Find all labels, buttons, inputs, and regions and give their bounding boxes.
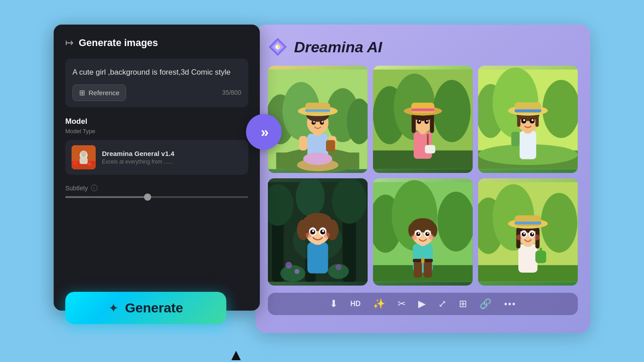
cursor-pointer: ▲	[228, 345, 244, 362]
svg-point-77	[531, 119, 534, 122]
reference-button[interactable]: ⊞ Reference	[72, 84, 126, 101]
arrow-icon: »	[261, 124, 267, 140]
expand-button[interactable]: ⤢	[438, 298, 446, 310]
svg-point-103	[322, 230, 325, 232]
svg-point-91	[336, 264, 342, 270]
slider-fill	[65, 196, 148, 198]
svg-point-37	[322, 121, 323, 123]
svg-point-148	[532, 233, 534, 235]
generated-image-6[interactable]	[478, 178, 578, 286]
generate-star-icon: ✦	[108, 301, 119, 316]
svg-rect-48	[412, 114, 416, 133]
hd-button[interactable]: HD	[350, 300, 360, 308]
link-button[interactable]: 🔗	[479, 298, 491, 310]
svg-rect-113	[424, 261, 432, 278]
char-count: 35/800	[222, 89, 242, 96]
panel-header: ↦ Generate images	[65, 37, 248, 49]
svg-point-149	[517, 235, 522, 240]
svg-rect-70	[535, 114, 538, 127]
play-button[interactable]: ▶	[418, 298, 426, 310]
svg-rect-141	[515, 215, 541, 226]
svg-point-36	[314, 121, 315, 123]
svg-point-89	[285, 262, 292, 269]
svg-rect-58	[425, 145, 435, 154]
svg-rect-51	[411, 103, 435, 113]
dreamina-header: Dreamina AI	[268, 37, 578, 57]
more-button[interactable]: •••	[504, 299, 516, 309]
left-panel: ↦ Generate images A cute girl ,backgroun…	[54, 25, 260, 311]
model-thumbnail	[72, 145, 96, 169]
svg-point-55	[419, 120, 420, 122]
svg-rect-112	[414, 261, 422, 278]
bottom-toolbar: ⬇ HD ✨ ✂ ▶ ⤢ ⊞ 🔗 •••	[268, 293, 578, 315]
svg-rect-128	[421, 258, 424, 263]
svg-rect-65	[520, 131, 536, 159]
svg-point-104	[306, 232, 312, 238]
svg-point-150	[534, 235, 540, 240]
svg-rect-134	[518, 244, 538, 273]
svg-point-87	[280, 265, 305, 282]
svg-rect-142	[515, 222, 541, 225]
generated-image-1[interactable]	[268, 66, 368, 173]
svg-rect-25	[299, 136, 308, 151]
svg-point-147	[523, 233, 525, 235]
reference-row: ⊞ Reference 35/800	[72, 84, 241, 101]
slider-thumb	[144, 194, 151, 201]
dreamina-logo-icon	[268, 37, 288, 57]
info-icon: i	[91, 185, 97, 191]
svg-point-24	[303, 152, 332, 165]
svg-point-90	[295, 269, 300, 274]
sidebar-icon: ↦	[65, 37, 73, 49]
reference-label: Reference	[89, 89, 119, 97]
svg-point-76	[523, 119, 525, 122]
svg-rect-9	[80, 158, 88, 164]
model-description: Excels at everything from ......	[102, 159, 242, 165]
svg-rect-73	[515, 109, 541, 113]
svg-point-85	[296, 178, 325, 217]
generated-image-4[interactable]	[268, 178, 368, 286]
subtlety-slider[interactable]	[65, 196, 248, 198]
model-type-label: Model Type	[65, 128, 248, 135]
svg-rect-38	[326, 140, 335, 152]
enhance-button[interactable]: ✨	[373, 298, 385, 310]
hd-label: HD	[350, 300, 360, 308]
svg-point-102	[312, 230, 314, 232]
svg-point-5	[88, 162, 91, 166]
svg-point-126	[429, 234, 435, 240]
svg-rect-152	[540, 248, 542, 253]
generated-image-5[interactable]	[373, 178, 473, 286]
generate-label: Generate	[125, 300, 183, 316]
generated-image-3[interactable]	[478, 66, 578, 173]
prompt-box: A cute girl ,background is forest,3d Com…	[65, 59, 248, 107]
svg-rect-57	[427, 134, 429, 147]
svg-point-2	[73, 161, 77, 165]
svg-rect-49	[430, 114, 434, 133]
reference-icon: ⊞	[79, 88, 85, 97]
right-panel: Dreamina AI	[255, 25, 590, 333]
model-info: Dreamina General v1.4 Excels at everythi…	[102, 150, 242, 165]
model-section-label: Model	[65, 117, 248, 126]
magic-eraser-button[interactable]: ✂	[398, 298, 406, 310]
model-thumb-inner	[72, 145, 96, 169]
svg-point-105	[324, 232, 330, 238]
arrow-connector: »	[246, 114, 282, 150]
svg-point-123	[418, 232, 420, 234]
model-section: Model Model Type	[65, 117, 248, 175]
generated-image-2[interactable]	[373, 66, 473, 173]
grid-button[interactable]: ⊞	[459, 298, 467, 310]
model-name: Dreamina General v1.4	[102, 150, 242, 157]
download-button[interactable]: ⬇	[330, 298, 338, 310]
generate-button[interactable]: ✦ Generate	[65, 292, 226, 324]
svg-rect-69	[517, 114, 520, 127]
model-card[interactable]: Dreamina General v1.4 Excels at everythi…	[65, 140, 248, 175]
subtlety-label: Subtlety i	[65, 185, 248, 192]
dreamina-title: Dreamina AI	[294, 38, 382, 56]
svg-point-8	[81, 151, 86, 157]
panel-title: Generate images	[79, 37, 158, 49]
svg-point-124	[427, 232, 429, 234]
prompt-text[interactable]: A cute girl ,background is forest,3d Com…	[72, 67, 241, 78]
svg-point-6	[92, 161, 94, 164]
svg-rect-92	[308, 242, 328, 274]
subtlety-section: Subtlety i	[65, 185, 248, 198]
svg-point-83	[332, 178, 367, 223]
